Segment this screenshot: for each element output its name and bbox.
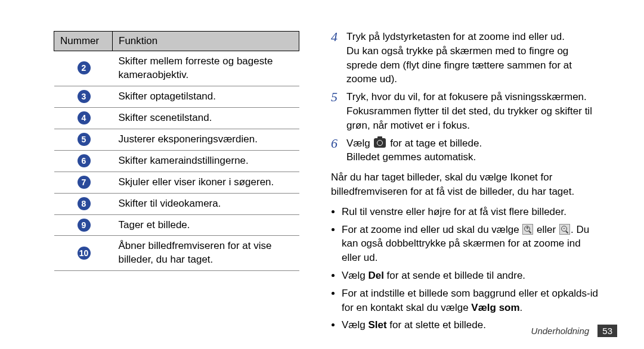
number-badge-2: 2 [78, 61, 91, 74]
bullet-text-post: for at sende et billede til andre. [384, 270, 525, 281]
function-text: Skjuler eller viser ikoner i søgeren. [113, 172, 299, 193]
table-row: 2 Skifter mellem forreste og bageste kam… [54, 51, 299, 86]
table-row: 6 Skifter kameraindstillingerne. [54, 150, 299, 172]
paragraph-after-steps: Når du har taget billeder, skal du vælge… [331, 170, 600, 199]
page-number: 53 [597, 325, 617, 337]
step-body: Tryk på lydstyrketasten for at zoome ind… [346, 30, 600, 86]
function-text: Skifter til videokamera. [113, 193, 299, 214]
step-text-post: for at tage et billede. [387, 138, 482, 149]
function-text: Tager et billede. [113, 214, 299, 236]
left-column: Nummer Funktion 2 Skifter mellem forrest… [54, 31, 299, 271]
function-text: Skifter mellem forreste og bageste kamer… [113, 51, 299, 86]
table-row: 8 Skifter til videokamera. [54, 193, 299, 214]
bullet-text: Rul til venstre eller højre for at få vi… [342, 206, 566, 217]
list-item: Vælg Del for at sende et billede til and… [342, 269, 600, 283]
camera-icon [374, 138, 386, 148]
function-table: Nummer Funktion 2 Skifter mellem forrest… [54, 31, 299, 271]
table-row: 3 Skifter optagetilstand. [54, 86, 299, 107]
function-text: Åbner billedfremviseren for at vise bill… [113, 236, 299, 271]
table-row: 4 Skifter scenetilstand. [54, 107, 299, 129]
step-body: Vælg for at tage et billede. Billedet ge… [346, 136, 600, 165]
bullet-text-pre: Vælg [342, 270, 368, 281]
step-number: 5 [331, 90, 346, 132]
table-row: 10 Åbner billedfremviseren for at vise b… [54, 236, 299, 271]
step-4: 4 Tryk på lydstyrketasten for at zoome i… [331, 30, 600, 86]
step-text: Billedet gemmes automatisk. [346, 151, 476, 163]
number-badge-7: 7 [78, 176, 91, 189]
list-item: For at indstille et billede som baggrund… [342, 286, 600, 315]
step-number: 4 [331, 30, 346, 86]
step-6: 6 Vælg for at tage et billede. Billedet … [331, 136, 600, 165]
table-row: 9 Tager et billede. [54, 214, 299, 236]
number-badge-3: 3 [78, 90, 91, 103]
function-text: Justerer eksponeringsværdien. [113, 129, 299, 150]
number-badge-6: 6 [78, 154, 91, 167]
step-text-pre: Vælg [346, 138, 373, 149]
number-badge-8: 8 [78, 197, 91, 210]
table-row: 7 Skjuler eller viser ikoner i søgeren. [54, 172, 299, 193]
step-text: Tryk, hvor du vil, for at fokusere på vi… [346, 91, 587, 102]
bullet-bold: Slet [368, 319, 386, 331]
list-item: Rul til venstre eller højre for at få vi… [342, 205, 600, 219]
bullet-bold: Del [368, 270, 383, 281]
step-body: Tryk, hvor du vil, for at fokusere på vi… [346, 90, 600, 132]
table-header-row: Nummer Funktion [54, 32, 299, 51]
number-badge-9: 9 [78, 219, 91, 232]
step-5: 5 Tryk, hvor du vil, for at fokusere på … [331, 90, 600, 132]
number-badge-5: 5 [78, 133, 91, 146]
function-text: Skifter kameraindstillingerne. [113, 150, 299, 172]
page-footer: Underholdning 53 [531, 325, 617, 337]
step-text: Tryk på lydstyrketasten for at zoome ind… [346, 31, 565, 42]
number-badge-4: 4 [78, 111, 91, 124]
bullet-bold: Vælg som [471, 302, 519, 313]
tips-list: Rul til venstre eller højre for at få vi… [331, 205, 600, 332]
section-label: Underholdning [531, 326, 590, 336]
manual-page: Nummer Funktion 2 Skifter mellem forrest… [0, 0, 644, 349]
header-function: Funktion [113, 32, 299, 51]
step-text: Fokusrammen flytter til det sted, du try… [346, 105, 592, 131]
function-text: Skifter scenetilstand. [113, 107, 299, 129]
step-text: Du kan også trykke på skærmen med to fin… [346, 45, 572, 85]
bullet-text-post: . [520, 302, 523, 313]
function-text: Skifter optagetilstand. [113, 86, 299, 107]
right-column: 4 Tryk på lydstyrketasten for at zoome i… [331, 30, 600, 336]
zoom-out-icon: - [559, 224, 570, 235]
step-number: 6 [331, 136, 346, 165]
list-item: For at zoome ind eller ud skal du vælge … [342, 223, 600, 265]
bullet-text-mid: eller [534, 224, 559, 235]
zoom-in-icon: + [522, 224, 533, 235]
bullet-text-pre: For at indstille et billede som baggrund… [342, 288, 598, 313]
table-row: 5 Justerer eksponeringsværdien. [54, 129, 299, 150]
bullet-text-pre: For at zoome ind eller ud skal du vælge [342, 224, 522, 235]
bullet-text-post: for at slette et billede. [387, 319, 486, 331]
header-number: Nummer [54, 32, 113, 51]
bullet-text-pre: Vælg [342, 319, 368, 331]
number-badge-10: 10 [78, 247, 91, 260]
